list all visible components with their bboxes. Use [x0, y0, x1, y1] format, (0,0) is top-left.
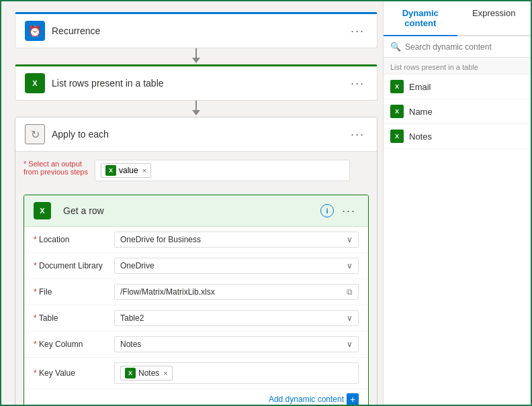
list-rows-icon: X — [25, 73, 45, 93]
table-label: Table — [34, 313, 114, 323]
get-row-card: X Get a row i ··· Location OneDrive for … — [24, 195, 369, 405]
table-value[interactable]: Table2 ∨ — [114, 310, 359, 326]
dynamic-item-notes[interactable]: X Notes — [384, 124, 531, 149]
dynamic-item-notes-label: Notes — [409, 132, 432, 142]
get-row-body: Location OneDrive for Business ∨ Documen… — [24, 227, 368, 405]
value-tag-close[interactable]: × — [142, 166, 146, 174]
list-rows-step: X List rows present in a table ··· — [15, 64, 378, 101]
apply-each-header: ↻ Apply to each ··· — [15, 117, 377, 152]
value-tag-icon: X — [105, 165, 116, 176]
doc-library-value[interactable]: OneDrive ∨ — [114, 258, 359, 274]
key-column-label: Key Column — [34, 340, 114, 349]
value-tag: X value × — [101, 163, 151, 178]
table-dropdown-arrow: ∨ — [347, 313, 353, 323]
key-value-field-row: Key Value X Notes × — [24, 358, 368, 389]
file-browse-icon[interactable]: ⧉ — [347, 287, 353, 297]
key-value-label: Key Value — [34, 368, 114, 378]
key-column-field-row: Key Column Notes ∨ — [24, 332, 368, 358]
doc-library-field-row: Document Library OneDrive ∨ — [24, 253, 368, 279]
key-column-dropdown-arrow: ∨ — [347, 340, 353, 349]
dynamic-item-email-icon: X — [390, 80, 404, 93]
apply-each-title: Apply to each — [52, 129, 348, 140]
recurrence-step: ⏰ Recurrence ··· — [15, 12, 378, 48]
tab-dynamic-content[interactable]: Dynamic content — [384, 1, 457, 36]
apply-each-more-button[interactable]: ··· — [348, 128, 367, 142]
key-value-tag-label: Notes — [138, 368, 159, 378]
panel-section-label: List rows present in a table — [384, 58, 531, 74]
right-panel: Dynamic content Expression 🔍 List rows p… — [383, 1, 531, 405]
apply-each-body: * Select an outputfrom previous steps X … — [15, 152, 377, 405]
file-value[interactable]: /Flow/Matrix/MatrixLib.xlsx ⧉ — [114, 284, 359, 300]
recurrence-label: Recurrence — [52, 26, 348, 36]
value-tag-label: value — [119, 166, 138, 175]
dynamic-item-name[interactable]: X Name — [384, 99, 531, 124]
apply-each-container: ↻ Apply to each ··· * Select an outputfr… — [15, 117, 378, 405]
location-label: Location — [34, 235, 114, 244]
key-value-value[interactable]: X Notes × — [114, 362, 359, 384]
file-field-row: File /Flow/Matrix/MatrixLib.xlsx ⧉ — [24, 279, 368, 305]
add-dynamic-row: Add dynamic content + — [24, 389, 368, 405]
doc-library-dropdown-arrow: ∨ — [347, 261, 353, 270]
get-row-icon: X — [34, 202, 51, 219]
arrow-2 — [15, 101, 378, 117]
info-icon[interactable]: i — [320, 204, 334, 217]
get-row-more-button[interactable]: ··· — [339, 204, 359, 218]
location-field-row: Location OneDrive for Business ∨ — [24, 227, 368, 253]
dynamic-item-email-label: Email — [409, 82, 431, 92]
dynamic-item-notes-icon: X — [390, 130, 404, 143]
doc-library-label: Document Library — [34, 261, 114, 270]
panel-tabs: Dynamic content Expression — [384, 1, 531, 36]
location-value[interactable]: OneDrive for Business ∨ — [114, 232, 359, 248]
key-value-tag: X Notes × — [120, 366, 173, 380]
file-label: File — [34, 287, 114, 297]
recurrence-icon: ⏰ — [25, 21, 45, 41]
recurrence-more-button[interactable]: ··· — [348, 24, 367, 38]
select-output-label: * Select an outputfrom previous steps — [24, 160, 88, 176]
search-icon: 🔍 — [390, 42, 401, 52]
key-value-tag-icon: X — [125, 368, 136, 378]
get-row-title: Get a row — [63, 205, 320, 216]
list-rows-label: List rows present in a table — [52, 78, 348, 89]
dynamic-item-email[interactable]: X Email — [384, 74, 531, 99]
dynamic-item-name-label: Name — [409, 107, 433, 117]
arrow-1 — [15, 48, 378, 64]
value-tag-row[interactable]: X value × — [95, 160, 350, 181]
add-dynamic-plus-button[interactable]: + — [347, 393, 359, 405]
tab-expression[interactable]: Expression — [457, 1, 531, 36]
dynamic-items-list: X Email X Name X Notes — [384, 74, 531, 149]
apply-each-icon: ↻ — [25, 124, 45, 144]
dynamic-item-name-icon: X — [390, 105, 404, 118]
list-rows-more-button[interactable]: ··· — [348, 77, 367, 91]
key-value-tag-close[interactable]: × — [163, 369, 167, 377]
get-row-header: X Get a row i ··· — [24, 195, 368, 227]
location-dropdown-arrow: ∨ — [347, 235, 353, 244]
key-column-value[interactable]: Notes ∨ — [114, 336, 359, 352]
panel-search-bar: 🔍 — [384, 36, 531, 58]
add-dynamic-content-link[interactable]: Add dynamic content — [269, 395, 344, 404]
search-input[interactable] — [405, 42, 524, 52]
table-field-row: Table Table2 ∨ — [24, 305, 368, 332]
